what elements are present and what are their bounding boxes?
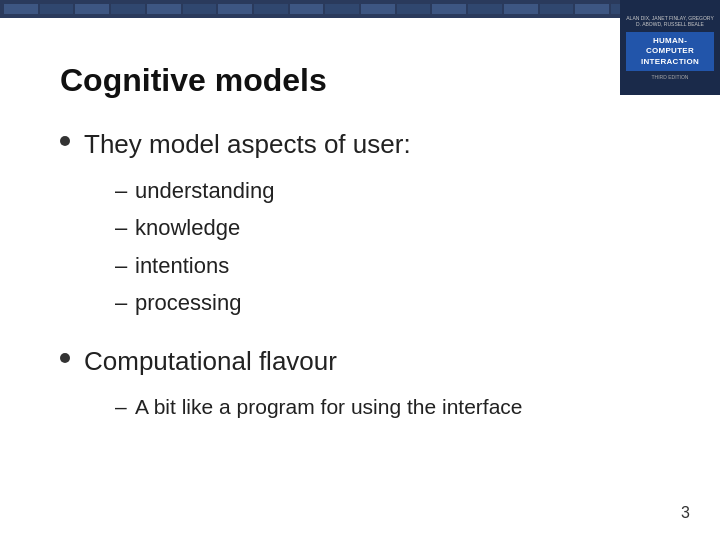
top-bar-segment: [75, 4, 109, 14]
bullet-section-2: Computational flavour A bit like a progr…: [60, 344, 670, 425]
list-item: processing: [115, 284, 670, 321]
top-bar-segment: [218, 4, 252, 14]
sub-list-1: understanding knowledge intentions proce…: [115, 172, 670, 322]
book-cover: ALAN DIX, JANET FINLAY, GREGORY D. ABOWD…: [620, 0, 720, 95]
book-title-line1: HUMAN-COMPUTER INTERACTION: [629, 36, 711, 67]
top-bar: [0, 0, 720, 18]
top-bar-segment: [361, 4, 395, 14]
top-bar-segment: [290, 4, 324, 14]
top-bar-segment: [147, 4, 181, 14]
slide: ALAN DIX, JANET FINLAY, GREGORY D. ABOWD…: [0, 0, 720, 540]
book-edition: THIRD EDITION: [652, 74, 689, 80]
bullet-text-2: Computational flavour: [84, 344, 337, 379]
top-bar-segment: [111, 4, 145, 14]
bullet-text-1: They model aspects of user:: [84, 127, 411, 162]
slide-title: Cognitive models: [60, 62, 670, 99]
top-bar-segment: [254, 4, 288, 14]
top-bar-segment: [183, 4, 217, 14]
sub-list-2: A bit like a program for using the inter…: [115, 389, 670, 425]
list-item: understanding: [115, 172, 670, 209]
bullet-item-1: They model aspects of user:: [60, 127, 670, 162]
top-bar-segment: [575, 4, 609, 14]
list-item: intentions: [115, 247, 670, 284]
book-title-box: HUMAN-COMPUTER INTERACTION: [626, 32, 714, 71]
slide-content: Cognitive models They model aspects of u…: [50, 62, 670, 424]
top-bar-segment: [432, 4, 466, 14]
list-item: knowledge: [115, 209, 670, 246]
top-bar-segment: [468, 4, 502, 14]
top-bar-segment: [4, 4, 38, 14]
bullet-dot-2: [60, 353, 70, 363]
slide-number: 3: [681, 504, 690, 522]
top-bar-segment: [540, 4, 574, 14]
book-authors: ALAN DIX, JANET FINLAY, GREGORY D. ABOWD…: [626, 15, 714, 28]
top-bar-segment: [397, 4, 431, 14]
bullet-dot-1: [60, 136, 70, 146]
bullet-item-2: Computational flavour: [60, 344, 670, 379]
bullet-section-1: They model aspects of user: understandin…: [60, 127, 670, 322]
top-bar-segment: [325, 4, 359, 14]
top-bar-segment: [40, 4, 74, 14]
list-item: A bit like a program for using the inter…: [115, 389, 670, 425]
top-bar-segment: [504, 4, 538, 14]
